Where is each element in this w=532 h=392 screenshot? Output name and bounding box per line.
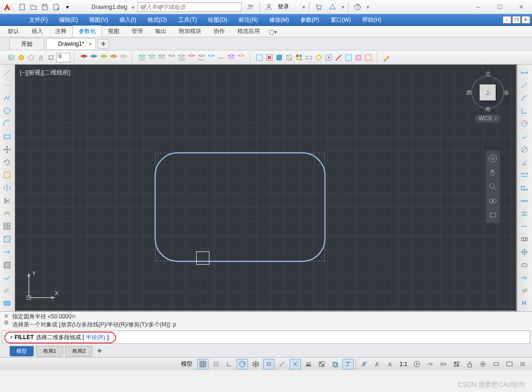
ribbon-tab-view[interactable]: 视图	[102, 25, 125, 37]
layer-lock-icon[interactable]	[36, 53, 46, 62]
polyline-tool-icon[interactable]	[1, 92, 13, 104]
steering-wheel-icon[interactable]	[488, 153, 498, 164]
annotation-monitor-icon[interactable]	[424, 359, 436, 369]
search-input[interactable]	[138, 2, 241, 12]
menu-file[interactable]: 文件(F)	[24, 14, 53, 26]
props1-icon[interactable]	[255, 53, 264, 62]
arc-tool-icon[interactable]	[1, 118, 13, 130]
layer-color-icon[interactable]	[46, 53, 56, 62]
lock-ui-icon[interactable]	[464, 359, 475, 369]
layers-icon[interactable]	[79, 53, 89, 62]
compass-south[interactable]: 南	[485, 106, 490, 113]
ribbon-tab-insert[interactable]: 插入	[25, 25, 49, 37]
annotation3-icon[interactable]	[384, 359, 396, 369]
rectangle2-icon[interactable]	[1, 169, 13, 181]
layer-selector[interactable]: 0	[56, 53, 70, 62]
isolate-icon[interactable]	[477, 359, 489, 369]
layout-tab-model[interactable]: 模型	[9, 346, 34, 357]
close-icon[interactable]: ✕	[88, 41, 92, 47]
inspection-icon[interactable]	[518, 259, 531, 271]
menu-view[interactable]: 视图(V)	[83, 14, 114, 26]
mdi-close-button[interactable]: ✕	[522, 16, 530, 24]
menu-draw[interactable]: 绘图(D)	[202, 14, 233, 26]
ribbon-tab-addins[interactable]: 附加模块	[173, 25, 208, 37]
ortho-toggle-icon[interactable]	[224, 359, 235, 369]
zoom-extents-icon[interactable]	[488, 182, 498, 192]
dim-arc-icon[interactable]	[518, 92, 531, 104]
ribbon-tab-parametric[interactable]: 参数化	[73, 25, 102, 37]
drawing-canvas[interactable]: [−][俯视][二维线框] 北 东 南 西 上 WCS▽ Y X	[15, 65, 517, 311]
app-icon[interactable]	[0, 0, 14, 14]
layerstack1-icon[interactable]	[137, 53, 147, 62]
props9-icon[interactable]	[334, 53, 343, 62]
ribbon-tab-annotate[interactable]: 注释	[49, 25, 73, 37]
menu-window[interactable]: 窗口(W)	[325, 14, 357, 26]
status-model-label[interactable]: 模型	[181, 360, 192, 368]
layerstack2-icon[interactable]	[147, 53, 157, 62]
cube-top-face[interactable]: 上	[480, 84, 496, 100]
rotate-tool-icon[interactable]	[1, 156, 13, 168]
doc-tab-start[interactable]: 开始	[9, 38, 44, 50]
layer-properties-icon[interactable]	[7, 53, 16, 62]
title-chevron-icon[interactable]: ◂	[131, 4, 134, 10]
maximize-button[interactable]: ☐	[489, 0, 510, 14]
layout-tab-layout1[interactable]: 布局1	[36, 346, 63, 357]
user-icon[interactable]	[264, 2, 274, 12]
props5-icon[interactable]	[294, 53, 304, 62]
circle-tool-icon[interactable]	[1, 105, 13, 117]
dim-angular-icon[interactable]	[518, 156, 531, 168]
spline-tool-icon[interactable]	[1, 272, 13, 284]
wcs-badge[interactable]: WCS▽	[475, 115, 500, 122]
layerstack4-icon[interactable]	[167, 53, 176, 62]
layer-states-icon[interactable]	[17, 53, 26, 62]
dim-jogged-icon[interactable]	[518, 131, 531, 142]
hardware-icon[interactable]	[490, 359, 502, 369]
annotation1-icon[interactable]	[358, 359, 369, 369]
props11-icon[interactable]	[354, 53, 363, 62]
ribbon-tab-featured[interactable]: 精选应用	[231, 25, 266, 37]
layerstack9-icon[interactable]	[216, 53, 226, 62]
ribbon-tab-default[interactable]: 默认	[2, 25, 25, 37]
otrack-icon[interactable]	[276, 359, 288, 369]
dim-tedit-icon[interactable]: H	[518, 298, 531, 309]
add-layout-button[interactable]: ✚	[94, 346, 105, 356]
center-mark-icon[interactable]	[518, 246, 531, 258]
new-icon[interactable]	[17, 2, 27, 12]
qat-dropdown-icon[interactable]: ▾	[62, 2, 73, 12]
offset-tool-icon[interactable]	[1, 208, 13, 219]
ribbon-tab-manage[interactable]: 管理	[125, 25, 149, 37]
mdi-minimize-button[interactable]: –	[503, 16, 511, 24]
layerstack3-icon[interactable]	[157, 53, 166, 62]
menu-modify[interactable]: 修改(M)	[264, 14, 295, 26]
tolerance-icon[interactable]	[518, 234, 531, 245]
menu-edit[interactable]: 编辑(E)	[53, 14, 83, 26]
layers2-icon[interactable]	[89, 53, 99, 62]
search-people-icon[interactable]	[245, 2, 256, 12]
app-store-icon[interactable]	[327, 2, 338, 12]
save-icon[interactable]	[40, 2, 50, 12]
minimize-button[interactable]: ─	[467, 0, 489, 14]
array-polar-icon[interactable]	[1, 234, 13, 245]
scissors-icon[interactable]	[1, 195, 13, 207]
rectangle-tool-icon[interactable]	[1, 131, 13, 142]
jogged-linear-icon[interactable]	[518, 272, 531, 284]
layers4-icon[interactable]	[109, 53, 118, 62]
compass-east[interactable]: 东	[504, 89, 509, 96]
show-motion-icon[interactable]	[488, 210, 498, 220]
view-label[interactable]: [−][俯视][二维线框]	[20, 68, 70, 77]
view-cube[interactable]: 北 东 南 西 上 WCS▽	[466, 70, 509, 122]
orbit-icon[interactable]	[488, 196, 498, 206]
layerstack8-icon[interactable]	[207, 53, 216, 62]
layout-tab-layout2[interactable]: 布局2	[65, 346, 92, 357]
props4-icon[interactable]	[284, 53, 294, 62]
stretch-tool-icon[interactable]	[1, 246, 13, 258]
array-rect-icon[interactable]	[1, 220, 13, 232]
compass-north[interactable]: 北	[485, 70, 490, 77]
cart-icon[interactable]	[313, 2, 324, 12]
help-icon[interactable]: ?	[352, 2, 363, 12]
dim-continue-icon[interactable]	[518, 195, 531, 207]
layerstack6-icon[interactable]	[187, 53, 196, 62]
menu-help[interactable]: 帮助(H)	[357, 14, 387, 26]
ucs-icon[interactable]: Y X	[22, 267, 59, 305]
layer-filter-icon[interactable]	[26, 53, 36, 62]
